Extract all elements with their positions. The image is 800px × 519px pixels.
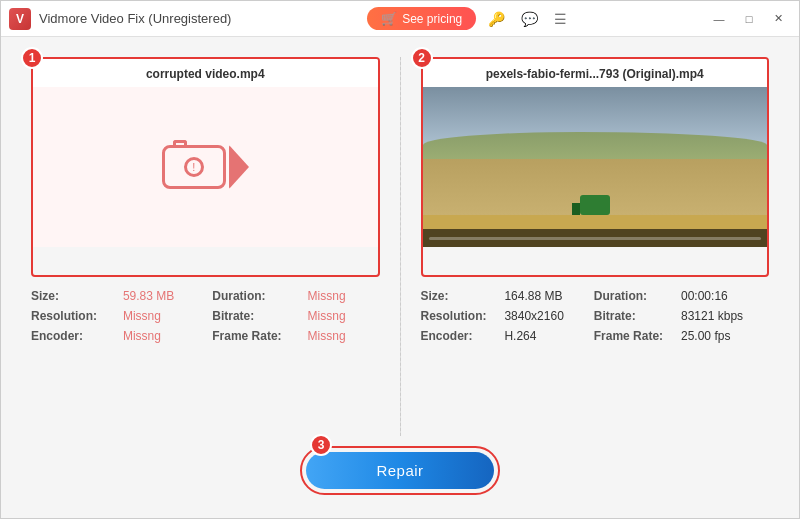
panel-divider (400, 57, 401, 436)
close-button[interactable]: ✕ (767, 10, 791, 28)
size-value: 59.83 MB (123, 289, 208, 303)
pricing-button[interactable]: 🛒 See pricing (367, 7, 476, 30)
original-video-box[interactable]: pexels-fabio-fermi...793 (Original).mp4 (421, 57, 770, 277)
panel1-badge: 1 (21, 47, 43, 69)
error-icon: ! (192, 161, 195, 173)
resolution-label2: Resolution: (421, 309, 501, 323)
panel2-badge: 2 (411, 47, 433, 69)
size-label2: Size: (421, 289, 501, 303)
corrupted-panel: 1 corrupted video.mp4 ! (31, 57, 380, 343)
size-label: Size: (31, 289, 119, 303)
bitrate-value2: 83121 kbps (681, 309, 769, 323)
camera-lens: ! (184, 157, 204, 177)
menu-icon[interactable]: ☰ (550, 9, 571, 29)
encoder-label: Encoder: (31, 329, 119, 343)
framerate-label: Frame Rate: (212, 329, 303, 343)
corrupted-meta: Size: 59.83 MB Duration: Missng Resoluti… (31, 289, 380, 343)
camera-viewfinder (173, 140, 187, 148)
main-content: 1 corrupted video.mp4 ! (1, 37, 799, 519)
minimize-button[interactable]: — (707, 10, 731, 28)
titlebar-center: 🛒 See pricing 🔑 💬 ☰ (367, 7, 571, 30)
titlebar-right: — □ ✕ (707, 10, 791, 28)
maximize-button[interactable]: □ (737, 10, 761, 28)
framerate-value2: 25.00 fps (681, 329, 769, 343)
cart-icon: 🛒 (381, 11, 397, 26)
encoder-value: Missng (123, 329, 208, 343)
chat-icon[interactable]: 💬 (517, 9, 542, 29)
encoder-label2: Encoder: (421, 329, 501, 343)
app-title: Vidmore Video Fix (Unregistered) (39, 11, 231, 26)
corrupted-video-title: corrupted video.mp4 (33, 59, 378, 87)
tractor-object (580, 195, 610, 215)
key-icon[interactable]: 🔑 (484, 9, 509, 29)
duration-value2: 00:00:16 (681, 289, 769, 303)
video-panels: 1 corrupted video.mp4 ! (31, 57, 769, 436)
progress-bar-bg (429, 237, 762, 240)
app-logo: V (9, 8, 31, 30)
original-panel: 2 pexels-fabio-fermi...793 (Original).mp… (421, 57, 770, 343)
repair-badge: 3 (310, 434, 332, 456)
pricing-label: See pricing (402, 12, 462, 26)
duration-value: Missng (308, 289, 380, 303)
bitrate-label: Bitrate: (212, 309, 303, 323)
camera-triangle (229, 145, 249, 189)
bitrate-label2: Bitrate: (594, 309, 677, 323)
framerate-label2: Frame Rate: (594, 329, 677, 343)
corrupted-preview: ! (33, 87, 378, 247)
resolution-label: Resolution: (31, 309, 119, 323)
duration-label: Duration: (212, 289, 303, 303)
original-video-title: pexels-fabio-fermi...793 (Original).mp4 (423, 59, 768, 87)
video-progress-bar (423, 229, 768, 247)
size-value2: 164.88 MB (504, 289, 589, 303)
camera-error-icon: ! (162, 145, 249, 189)
bitrate-value: Missng (308, 309, 380, 323)
original-preview (423, 87, 768, 247)
encoder-value2: H.264 (504, 329, 589, 343)
original-meta: Size: 164.88 MB Duration: 00:00:16 Resol… (421, 289, 770, 343)
resolution-value2: 3840x2160 (504, 309, 589, 323)
resolution-value: Missng (123, 309, 208, 323)
repair-btn-wrapper: Repair (300, 446, 499, 495)
camera-body: ! (162, 145, 226, 189)
framerate-value: Missng (308, 329, 380, 343)
titlebar-left: V Vidmore Video Fix (Unregistered) (9, 8, 231, 30)
titlebar: V Vidmore Video Fix (Unregistered) 🛒 See… (1, 1, 799, 37)
corrupted-video-box[interactable]: corrupted video.mp4 ! (31, 57, 380, 277)
repair-button[interactable]: Repair (306, 452, 493, 489)
duration-label2: Duration: (594, 289, 677, 303)
bottom-area: 3 Repair (31, 436, 769, 500)
landscape-thumbnail (423, 87, 768, 247)
